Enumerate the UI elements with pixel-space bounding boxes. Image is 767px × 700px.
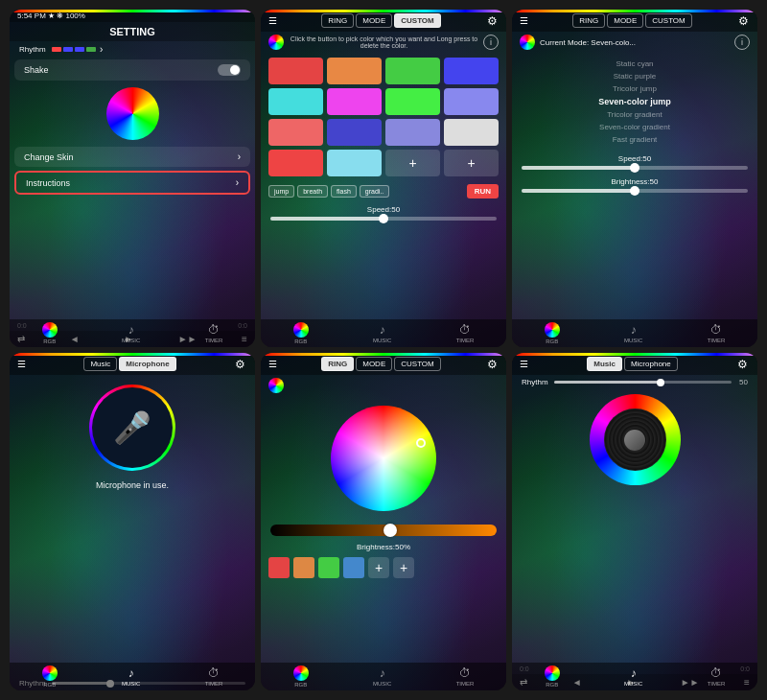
nav-timer-5[interactable]: ⏱ TIMER: [456, 666, 475, 687]
shake-row[interactable]: Shake: [14, 59, 250, 81]
btn-gradi[interactable]: gradi..: [360, 185, 389, 198]
nav-rgb-4[interactable]: RGB: [42, 665, 58, 688]
tab-custom-5[interactable]: CUSTOM: [394, 357, 441, 371]
mode-seven-color-jump[interactable]: Seven-color jump: [522, 95, 748, 108]
shake-toggle[interactable]: [218, 64, 241, 76]
nav-rgb-5[interactable]: RGB: [293, 665, 309, 688]
mode-tricolor-jump[interactable]: Tricolor jump: [522, 82, 748, 95]
bottom-swatch-1[interactable]: [293, 557, 314, 578]
gear-icon-3[interactable]: ⚙: [736, 14, 750, 28]
bottom-nav-4: RGB ♪ MUSIC ⏱ TIMER: [10, 663, 255, 690]
swatch-8[interactable]: [268, 119, 323, 146]
nav-music-2[interactable]: ♪ MUSIC: [373, 323, 391, 343]
swatch-6[interactable]: [385, 88, 440, 115]
brightness-track[interactable]: [270, 525, 497, 536]
btn-flash[interactable]: flash: [331, 185, 357, 198]
change-skin-chevron[interactable]: ›: [238, 152, 241, 162]
nav-timer-3[interactable]: ⏱ TIMER: [708, 323, 726, 343]
rhythm-bar-blue: [63, 47, 73, 52]
menu-icon-3[interactable]: ☰: [520, 15, 528, 26]
nav-timer[interactable]: ⏱ TIMER: [205, 323, 223, 343]
speed-slider-2[interactable]: [270, 217, 497, 221]
swatch-add-2[interactable]: +: [444, 150, 499, 176]
bottom-swatch-0[interactable]: [268, 557, 290, 578]
gear-icon-4[interactable]: ⚙: [234, 358, 247, 371]
gear-icon-5[interactable]: ⚙: [485, 358, 499, 371]
swatch-add-5b[interactable]: +: [393, 557, 414, 578]
nav-timer-4[interactable]: ⏱ TIMER: [205, 666, 223, 687]
header-4: ☰ Music Microphone ⚙: [10, 353, 255, 375]
swatch-12[interactable]: [268, 150, 323, 176]
instructions-row[interactable]: Instructions ›: [14, 171, 250, 195]
nav-music[interactable]: ♪ MUSIC: [122, 323, 140, 343]
swatch-11[interactable]: [444, 119, 499, 146]
brightness-slider[interactable]: [522, 189, 748, 193]
mode-static-cyan[interactable]: Static cyan: [522, 58, 748, 70]
tab-custom-2[interactable]: CUSTOM: [394, 13, 441, 28]
tab-mode-3[interactable]: MODE: [607, 13, 643, 28]
info-icon[interactable]: i: [483, 35, 499, 50]
mode-seven-color-gradient[interactable]: Seven-color gradient: [522, 121, 748, 133]
bottom-swatch-3[interactable]: [343, 557, 364, 578]
rainbow-divider-4: [10, 353, 255, 356]
brightness-label: Brightness:50: [612, 177, 659, 186]
nav-music-5[interactable]: ♪ MUSIC: [373, 666, 391, 687]
mode-fast-gradient[interactable]: Fast gradient: [522, 133, 748, 146]
rhythm-chevron[interactable]: ›: [100, 44, 103, 55]
mode-tricolor-gradient[interactable]: Tricolor gradient: [522, 108, 748, 121]
swatch-3[interactable]: [444, 58, 499, 84]
swatch-10[interactable]: [385, 119, 440, 146]
tab-music-4[interactable]: Music: [83, 357, 117, 371]
mode-static-purple[interactable]: Static purple: [522, 70, 748, 82]
run-button[interactable]: RUN: [467, 184, 499, 198]
nav-rgb[interactable]: RGB: [42, 322, 58, 344]
tab-mic-4[interactable]: Microphone: [119, 357, 175, 371]
instructions-chevron[interactable]: ›: [236, 177, 239, 188]
menu-icon-6[interactable]: ☰: [520, 359, 528, 369]
swatch-4[interactable]: [268, 88, 323, 115]
spacer-4: [10, 490, 255, 676]
swatch-9[interactable]: [327, 119, 382, 146]
btn-jump[interactable]: jump: [268, 185, 294, 198]
brightness-pct-label: Brightness:50%: [261, 540, 506, 554]
menu-icon-5[interactable]: ☰: [268, 359, 277, 369]
gear-icon-6[interactable]: ⚙: [736, 358, 750, 371]
menu-icon-2[interactable]: ☰: [268, 15, 277, 26]
tab-ring-5[interactable]: RING: [321, 357, 354, 371]
swatch-13[interactable]: [327, 150, 382, 176]
gear-icon-2[interactable]: ⚙: [485, 14, 499, 28]
change-skin-row[interactable]: Change Skin ›: [14, 147, 250, 167]
tab-ring-3[interactable]: RING: [572, 13, 605, 28]
tab-music-6[interactable]: Music: [587, 357, 622, 371]
tab-mode-2[interactable]: MODE: [356, 13, 392, 28]
bottom-swatch-2[interactable]: [318, 557, 339, 578]
speed-slider-3[interactable]: [522, 166, 748, 170]
swatch-0[interactable]: [268, 58, 323, 84]
swatch-1[interactable]: [327, 58, 382, 84]
nav-music-6[interactable]: ♪ MUSIC: [624, 666, 642, 687]
info-icon-3[interactable]: i: [734, 35, 750, 50]
btn-breath[interactable]: breath: [297, 185, 328, 198]
tab-mode-5[interactable]: MODE: [356, 357, 392, 371]
swatch-2[interactable]: [385, 58, 440, 84]
nav-rgb-3[interactable]: RGB: [545, 322, 560, 344]
nav-music-3[interactable]: ♪ MUSIC: [624, 323, 642, 343]
swatch-add-5a[interactable]: +: [368, 557, 389, 578]
swatch-5[interactable]: [327, 88, 382, 115]
nav-rgb-6[interactable]: RGB: [545, 665, 560, 688]
rhythm-track-6[interactable]: [554, 381, 732, 384]
rgb-icon: [42, 322, 58, 338]
tab-ring-2[interactable]: RING: [321, 13, 354, 28]
tab-custom-3[interactable]: CUSTOM: [645, 13, 692, 28]
nav-timer-2[interactable]: ⏱ TIMER: [456, 323, 475, 343]
swatch-add-1[interactable]: +: [385, 150, 440, 176]
swatch-7[interactable]: [444, 88, 499, 115]
tab-mic-6[interactable]: Microphone: [624, 357, 678, 371]
nav-music-4[interactable]: ♪ MUSIC: [122, 666, 140, 687]
color-wheel[interactable]: [331, 406, 436, 511]
menu-icon-4[interactable]: ☰: [17, 359, 26, 369]
vinyl-center: [624, 430, 645, 451]
nav-rgb-2[interactable]: RGB: [293, 322, 309, 344]
speed-label-2: Speed:50: [367, 205, 400, 214]
nav-timer-6[interactable]: ⏱ TIMER: [708, 666, 726, 687]
